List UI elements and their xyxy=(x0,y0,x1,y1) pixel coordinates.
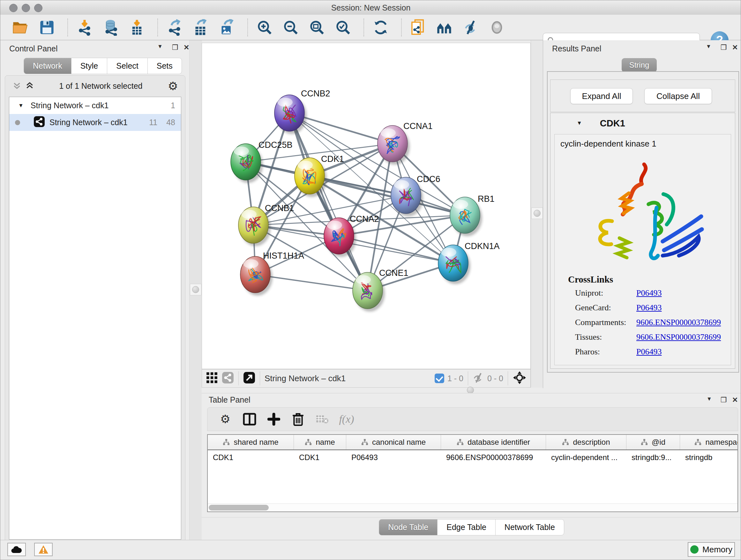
gene-name: CDK1 xyxy=(600,118,625,129)
column-header-shared-name[interactable]: shared name xyxy=(208,435,294,449)
gene-expander-icon[interactable]: ▼ xyxy=(577,120,582,126)
hidden-eye-icon[interactable] xyxy=(473,372,484,385)
string-network-icon xyxy=(33,116,45,129)
toolbar-separator xyxy=(260,371,260,385)
show-columns-icon[interactable] xyxy=(241,411,259,427)
open-session-icon[interactable] xyxy=(12,19,29,36)
crosslink-uniprot-link[interactable]: P06493 xyxy=(636,288,662,298)
network-share-icon[interactable] xyxy=(222,372,234,385)
tab-edge-table[interactable]: Edge Table xyxy=(437,519,495,536)
zoom-out-icon[interactable] xyxy=(282,19,299,36)
panel-float-icon[interactable]: ❒ xyxy=(172,44,179,52)
tab-node-table[interactable]: Node Table xyxy=(379,519,437,536)
table-horizontal-scrollbar[interactable] xyxy=(208,503,738,511)
collapse-all-icon[interactable] xyxy=(13,81,21,91)
table-cell[interactable]: cyclin-dependent ... xyxy=(546,453,626,462)
import-network-from-database-icon[interactable] xyxy=(103,19,119,36)
node-label-ccne1: CCNE1 xyxy=(379,268,408,278)
tab-network-table[interactable]: Network Table xyxy=(495,519,564,536)
column-header--id[interactable]: @id xyxy=(626,435,680,449)
crosslink-pharos-link[interactable]: P06493 xyxy=(636,347,662,357)
grid-view-icon[interactable] xyxy=(206,372,218,385)
network-node-ccna1[interactable] xyxy=(378,125,410,165)
table-row[interactable]: CDK1CDK1P064939606.ENSP00000378699cyclin… xyxy=(208,450,738,464)
network-node-hist1h1a[interactable] xyxy=(240,256,273,296)
zoom-selected-icon[interactable] xyxy=(335,19,351,36)
column-header-name[interactable]: name xyxy=(294,435,346,449)
network-edge[interactable] xyxy=(289,113,367,291)
network-canvas[interactable]: CCNB2CCNA1CDC25BCDK1CDC6RB1CCNB1CCNA2CDK… xyxy=(202,43,531,369)
new-network-from-selection-icon[interactable] xyxy=(410,19,427,36)
right-splitter-handle[interactable] xyxy=(531,207,543,219)
collection-expander-icon[interactable]: ▼ xyxy=(18,103,23,109)
tab-string[interactable]: String xyxy=(622,58,657,72)
network-list-options-gear-icon[interactable]: ⚙ xyxy=(168,80,178,92)
column-header-label: name xyxy=(316,438,335,447)
table-cell[interactable]: P06493 xyxy=(346,453,441,462)
column-header-database-identifier[interactable]: database identifier xyxy=(441,435,546,449)
create-column-icon[interactable] xyxy=(265,411,283,427)
import-table-from-file-icon[interactable] xyxy=(129,19,145,36)
crosslink-genecard-link[interactable]: P06493 xyxy=(636,303,662,313)
warnings-button[interactable] xyxy=(34,543,53,556)
table-cell[interactable]: CDK1 xyxy=(294,453,346,462)
first-neighbors-icon[interactable] xyxy=(436,19,453,36)
panel-float-icon[interactable]: ❒ xyxy=(721,396,727,404)
scrollbar-thumb[interactable] xyxy=(209,505,269,510)
show-all-icon[interactable] xyxy=(488,19,505,36)
tab-style[interactable]: Style xyxy=(71,58,108,74)
export-network-icon[interactable] xyxy=(166,19,183,36)
zoom-fit-icon[interactable] xyxy=(309,19,325,36)
collection-count: 1 xyxy=(171,101,175,110)
panel-float-icon[interactable]: ❒ xyxy=(721,44,727,52)
expand-all-icon[interactable] xyxy=(25,81,34,91)
column-type-icon xyxy=(457,439,464,446)
panel-menu-icon[interactable]: ▼ xyxy=(157,44,163,50)
column-header-description[interactable]: description xyxy=(546,435,626,449)
birds-eye-view-icon[interactable] xyxy=(513,371,527,386)
column-header-canonical-name[interactable]: canonical name xyxy=(346,435,441,449)
network-node-ccne1[interactable] xyxy=(353,272,385,312)
crosslink-compartments-link[interactable]: 9606.ENSP00000378699 xyxy=(636,318,721,327)
column-header-namespace[interactable]: namespace xyxy=(680,435,738,449)
refresh-network-icon[interactable] xyxy=(373,19,389,36)
export-table-icon[interactable] xyxy=(192,19,209,36)
crosslink-tissues-link[interactable]: 9606.ENSP00000378699 xyxy=(636,332,721,342)
table-options-gear-icon[interactable]: ⚙ xyxy=(216,411,234,427)
collapse-all-button[interactable]: Collapse All xyxy=(644,88,712,104)
crosslink-label: Uniprot: xyxy=(575,288,636,298)
tab-network[interactable]: Network xyxy=(23,58,71,74)
panel-menu-icon[interactable]: ▼ xyxy=(706,396,712,402)
network-collection-row[interactable]: ▼ String Network – cdk1 1 xyxy=(9,97,181,114)
detach-view-icon[interactable] xyxy=(243,372,255,385)
panel-close-icon[interactable]: ✕ xyxy=(732,396,738,404)
expand-all-button[interactable]: Expand All xyxy=(570,88,633,104)
table-cell[interactable]: stringdb:9... xyxy=(626,453,680,462)
selected-nodes-checkbox-icon[interactable] xyxy=(434,374,444,383)
node-label-hist1h1a: HIST1H1A xyxy=(263,251,304,260)
save-session-icon[interactable] xyxy=(39,19,55,36)
network-node-rb1[interactable] xyxy=(450,197,482,236)
delete-column-trash-icon[interactable] xyxy=(289,411,307,427)
results-panel-title: Results Panel xyxy=(552,44,601,53)
left-splitter-handle[interactable] xyxy=(190,284,201,295)
import-network-from-file-icon[interactable] xyxy=(76,19,93,36)
panel-close-icon[interactable]: ✕ xyxy=(184,44,189,52)
export-image-icon[interactable] xyxy=(219,19,235,36)
hide-selected-icon[interactable] xyxy=(462,19,479,36)
network-label: String Network – cdk1 xyxy=(50,118,128,127)
table-cell[interactable]: 9606.ENSP00000378699 xyxy=(441,453,546,462)
gene-section-header[interactable]: ▼ CDK1 xyxy=(550,113,735,133)
tab-sets[interactable]: Sets xyxy=(148,58,182,74)
network-row[interactable]: String Network – cdk1 11 48 xyxy=(9,114,181,131)
panel-close-icon[interactable]: ✕ xyxy=(732,44,738,52)
memory-button[interactable]: Memory xyxy=(688,542,735,557)
cloud-status-button[interactable] xyxy=(7,543,26,556)
tab-select[interactable]: Select xyxy=(107,58,147,74)
panel-menu-icon[interactable]: ▼ xyxy=(706,44,711,50)
network-node-cdc25b[interactable] xyxy=(231,144,263,183)
table-cell[interactable]: stringdb xyxy=(680,453,738,462)
network-node-ccnb2[interactable] xyxy=(274,95,307,134)
zoom-in-icon[interactable] xyxy=(256,19,273,36)
table-cell[interactable]: CDK1 xyxy=(208,453,294,462)
